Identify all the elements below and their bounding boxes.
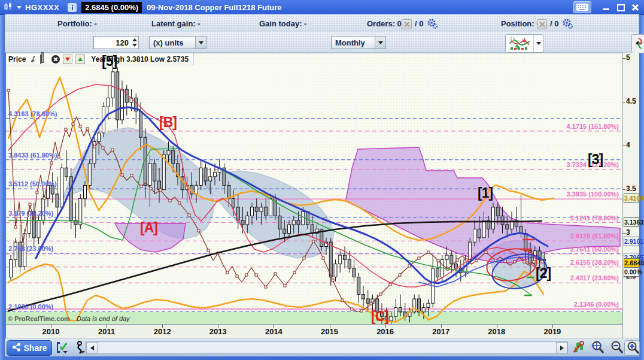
collapse-panel-button[interactable] <box>631 34 644 53</box>
year-label: 2013 <box>205 327 231 336</box>
candle <box>390 316 393 320</box>
candlestick-chart[interactable] <box>6 53 622 324</box>
zoom-fit-button[interactable] <box>590 340 604 355</box>
candle <box>422 308 425 312</box>
move-down-icon[interactable] <box>63 55 72 64</box>
lower-band <box>6 312 622 324</box>
candle <box>153 164 156 181</box>
symbol-dropdown-icon[interactable] <box>17 6 22 9</box>
chart-tools-button[interactable] <box>572 340 586 355</box>
units-type-value: (x) units <box>150 38 195 47</box>
candlestick-icon <box>4 2 13 13</box>
candle <box>427 303 430 307</box>
pane-title: Price <box>8 55 26 63</box>
scroll-left-button[interactable] <box>86 342 98 354</box>
candle <box>492 207 495 229</box>
candle <box>297 220 300 225</box>
candle <box>348 259 351 268</box>
y-tick-label: 5 <box>626 53 630 62</box>
candle <box>445 255 448 259</box>
candle <box>288 225 291 234</box>
units-stepper[interactable] <box>131 37 138 49</box>
move-up-icon[interactable] <box>75 55 85 64</box>
zoom-out-button[interactable] <box>609 340 623 355</box>
close-pane-icon[interactable] <box>51 55 60 63</box>
candle <box>311 225 314 234</box>
zoom-in-button[interactable] <box>624 340 640 356</box>
candle <box>436 268 439 277</box>
symbol-label: HGXXXX <box>25 3 59 12</box>
candle <box>302 211 305 225</box>
window-title: 09-Nov-2018 Copper Full1218 Future <box>147 3 281 12</box>
timeframe-value: Monthly <box>332 38 375 47</box>
candle <box>93 142 96 164</box>
year-label: 2017 <box>428 327 454 336</box>
candle <box>88 164 91 185</box>
y-tick-label: 4.5 <box>626 97 636 105</box>
year-high-low: Year High 3.3810 Low 2.5735 <box>91 55 189 63</box>
candle <box>65 168 68 177</box>
candle <box>107 98 110 107</box>
wrench-icon[interactable] <box>29 55 37 63</box>
horizontal-scrollbar[interactable] <box>86 341 568 353</box>
chart-panel: Price Year High 3.3810 Low 2.5735 201020… <box>6 53 622 339</box>
year-label: 2010 <box>38 327 64 336</box>
candle <box>42 198 45 220</box>
gain-today-label: Gain today: - <box>259 19 306 28</box>
units-type-dropdown[interactable]: (x) units <box>149 36 206 49</box>
candle <box>37 220 40 238</box>
candle <box>251 207 254 216</box>
chevron-down-icon[interactable] <box>375 37 385 49</box>
price-box: 2.9101 <box>624 237 639 246</box>
cancel-orders-button[interactable] <box>402 19 412 29</box>
portfolio-label: Portfolio: - <box>57 19 97 28</box>
y-tick-label: 3.5 <box>626 184 636 193</box>
candle <box>450 255 453 264</box>
maximize-button[interactable] <box>615 2 626 12</box>
chevron-down-icon[interactable] <box>533 35 543 52</box>
minimize-button[interactable] <box>601 2 612 12</box>
pointer-link-button[interactable] <box>72 340 87 355</box>
position-label: Position: 0 <box>501 19 540 28</box>
share-button[interactable]: Share <box>7 340 52 356</box>
bottom-toolbar: Share <box>5 338 639 356</box>
candle <box>501 216 504 225</box>
orders-settings-icon[interactable] <box>427 19 438 31</box>
x-axis: 2010201120122013201420152016201720182019 <box>6 325 622 339</box>
chevron-down-icon[interactable] <box>195 37 206 49</box>
duplicate-icon[interactable] <box>40 55 48 63</box>
year-label: 2014 <box>260 327 287 336</box>
close-position-button[interactable] <box>537 19 547 29</box>
candle <box>172 150 175 164</box>
list-check-button[interactable] <box>54 340 69 355</box>
candle <box>366 299 369 303</box>
price-plot[interactable] <box>6 53 622 325</box>
timeframe-dropdown[interactable]: Monthly <box>331 36 386 49</box>
candle <box>357 277 360 295</box>
close-button[interactable] <box>630 2 640 12</box>
y-tick-label: 4 <box>626 141 630 149</box>
candle <box>60 168 63 207</box>
candle <box>334 264 337 277</box>
candle <box>167 150 170 155</box>
candle <box>232 198 235 207</box>
keyboard-icon[interactable] <box>573 1 591 13</box>
year-label: 2019 <box>539 327 566 336</box>
orders-label: Orders: 0 <box>367 19 402 28</box>
candle <box>139 111 142 137</box>
scroll-right-button[interactable] <box>556 342 567 354</box>
candle <box>14 242 17 259</box>
indicator-chart-icon <box>506 37 533 50</box>
candle <box>241 220 244 225</box>
candle <box>56 194 59 207</box>
candle <box>399 308 402 312</box>
last-price-badge: 2.6845 (0.00%) <box>81 2 142 13</box>
candle <box>111 72 114 98</box>
position-settings-icon[interactable] <box>562 19 573 31</box>
candle <box>125 89 128 102</box>
candle <box>214 173 217 177</box>
candle <box>329 242 332 277</box>
info-icon[interactable] <box>68 3 77 12</box>
add-indicator-button[interactable] <box>505 34 543 53</box>
candle <box>413 299 416 312</box>
